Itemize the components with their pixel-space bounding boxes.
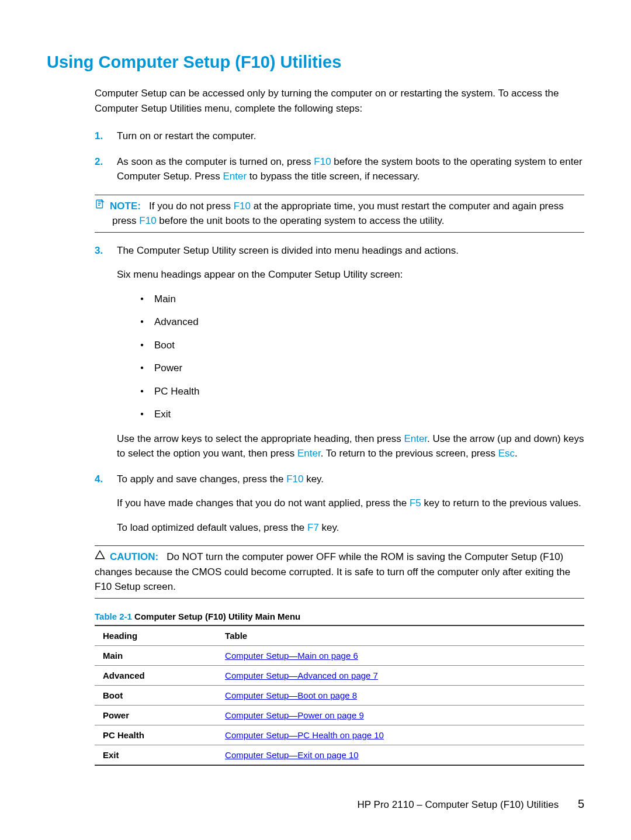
key-enter: Enter xyxy=(297,448,321,459)
step-number: 3. xyxy=(95,243,103,258)
caution-text: Do NOT turn the computer power OFF while… xyxy=(95,551,570,592)
note-box: NOTE: If you do not press F10 at the app… xyxy=(95,195,584,233)
key-f7: F7 xyxy=(307,522,319,533)
step-number: 4. xyxy=(95,472,103,487)
row-heading: Boot xyxy=(95,685,217,705)
menu-item: Advanced xyxy=(140,314,584,330)
key-f10: F10 xyxy=(234,201,251,212)
step-2: 2. As soon as the computer is turned on,… xyxy=(95,154,584,184)
note-continuation: press xyxy=(112,215,139,226)
table-row: ExitComputer Setup—Exit on page 10 xyxy=(95,745,584,765)
table-row: PC HealthComputer Setup—PC Health on pag… xyxy=(95,725,584,745)
col-heading: Heading xyxy=(95,625,217,646)
step-number: 2. xyxy=(95,154,103,170)
step-subtext: Six menu headings appear on the Computer… xyxy=(117,267,584,282)
table-title-prefix: Table 2-1 xyxy=(95,611,132,621)
intro-paragraph: Computer Setup can be accessed only by t… xyxy=(95,86,584,116)
row-heading: PC Health xyxy=(95,725,217,745)
key-f10: F10 xyxy=(139,215,156,226)
step-1: 1. Turn on or restart the computer. xyxy=(95,129,584,144)
menu-item: PC Health xyxy=(140,384,584,399)
page-title: Using Computer Setup (F10) Utilities xyxy=(47,53,584,72)
table-header-row: Heading Table xyxy=(95,625,584,646)
note-label: NOTE: xyxy=(110,201,141,212)
steps-list: 1. Turn on or restart the computer. 2. A… xyxy=(95,129,584,184)
row-link[interactable]: Computer Setup—Main on page 6 xyxy=(225,651,358,661)
step-usage: Use the arrow keys to select the appropr… xyxy=(117,431,584,461)
step-text: To load optimized default values, press … xyxy=(117,520,584,535)
step-text: As soon as the computer is turned on, pr… xyxy=(117,154,584,184)
row-heading: Main xyxy=(95,645,217,665)
caution-label: CAUTION: xyxy=(110,551,158,562)
table-row: AdvancedComputer Setup—Advanced on page … xyxy=(95,665,584,685)
page-number: 5 xyxy=(578,797,584,810)
step-text: The Computer Setup Utility screen is div… xyxy=(117,243,584,258)
table-title: Table 2-1 Computer Setup (F10) Utility M… xyxy=(95,611,584,621)
caution-icon xyxy=(95,549,106,565)
key-f10: F10 xyxy=(314,156,331,167)
main-menu-table: Heading Table MainComputer Setup—Main on… xyxy=(95,625,584,766)
key-enter: Enter xyxy=(404,433,427,444)
menu-item: Main xyxy=(140,292,584,307)
steps-list-cont: 3. The Computer Setup Utility screen is … xyxy=(95,243,584,535)
page-footer: HP Pro 2110 – Computer Setup (F10) Utili… xyxy=(47,797,584,811)
step-text: Turn on or restart the computer. xyxy=(117,129,584,144)
row-link[interactable]: Computer Setup—PC Health on page 10 xyxy=(225,730,384,740)
row-heading: Advanced xyxy=(95,665,217,685)
col-table: Table xyxy=(217,625,584,646)
step-4: 4. To apply and save changes, press the … xyxy=(95,472,584,535)
footer-text: HP Pro 2110 – Computer Setup (F10) Utili… xyxy=(358,799,559,810)
step-number: 1. xyxy=(95,129,103,144)
row-link[interactable]: Computer Setup—Power on page 9 xyxy=(225,710,364,720)
step-3: 3. The Computer Setup Utility screen is … xyxy=(95,243,584,461)
table-row: BootComputer Setup—Boot on page 8 xyxy=(95,685,584,705)
row-link[interactable]: Computer Setup—Advanced on page 7 xyxy=(225,670,378,680)
step-text: If you have made changes that you do not… xyxy=(117,496,584,511)
key-esc: Esc xyxy=(498,448,515,459)
row-link[interactable]: Computer Setup—Boot on page 8 xyxy=(225,690,357,700)
menu-item: Exit xyxy=(140,407,584,422)
row-link[interactable]: Computer Setup—Exit on page 10 xyxy=(225,750,358,760)
menu-headings-list: Main Advanced Boot Power PC Health Exit xyxy=(140,292,584,422)
table-row: MainComputer Setup—Main on page 6 xyxy=(95,645,584,665)
step-text: To apply and save changes, press the F10… xyxy=(117,472,584,487)
key-enter: Enter xyxy=(223,171,247,182)
note-icon xyxy=(95,199,106,214)
row-heading: Power xyxy=(95,705,217,725)
caution-box: CAUTION: Do NOT turn the computer power … xyxy=(95,545,584,599)
menu-item: Boot xyxy=(140,338,584,353)
row-heading: Exit xyxy=(95,745,217,765)
table-row: PowerComputer Setup—Power on page 9 xyxy=(95,705,584,725)
menu-item: Power xyxy=(140,361,584,376)
key-f10: F10 xyxy=(286,473,303,485)
key-f5: F5 xyxy=(410,497,421,509)
